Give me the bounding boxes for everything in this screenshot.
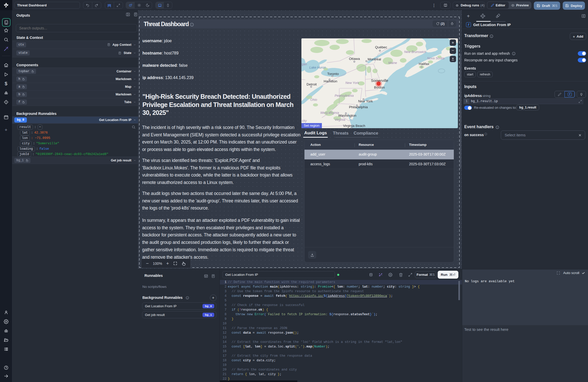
svg-text:igan: igan <box>301 62 307 66</box>
svg-text:Halifax: Halifax <box>419 62 429 66</box>
svg-text:New Brunswick: New Brunswick <box>404 50 426 54</box>
svg-text:Somerville: Somerville <box>371 79 388 83</box>
svg-text:Philadelphia: Philadelphia <box>349 105 368 109</box>
svg-text:Virginia Beach: Virginia Beach <box>343 124 365 128</box>
svg-text:Montréal: Montréal <box>368 57 381 61</box>
svg-text:Pennsylvania: Pennsylvania <box>335 94 354 97</box>
svg-text:Ottawa: Ottawa <box>349 57 360 61</box>
svg-text:New York: New York <box>345 81 359 85</box>
svg-text:cky: cky <box>302 119 307 123</box>
svg-text:Virginia: Virginia <box>335 118 345 122</box>
svg-text:Toronto: Toronto <box>327 72 339 76</box>
svg-text:Nova Scotia: Nova Scotia <box>427 57 444 60</box>
svg-text:Ohio: Ohio <box>310 98 317 102</box>
svg-text:New York: New York <box>358 99 373 103</box>
svg-text:West Virginia: West Virginia <box>320 111 339 115</box>
svg-text:Hamilton: Hamilton <box>324 79 337 83</box>
svg-text:Detroit: Detroit <box>307 82 317 86</box>
svg-text:Boston: Boston <box>374 85 385 89</box>
svg-text:Washington: Washington <box>338 114 356 117</box>
svg-text:Maine: Maine <box>388 61 397 65</box>
svg-text:Lake Huron: Lake Huron <box>309 66 326 69</box>
svg-text:Québec: Québec <box>375 45 387 49</box>
